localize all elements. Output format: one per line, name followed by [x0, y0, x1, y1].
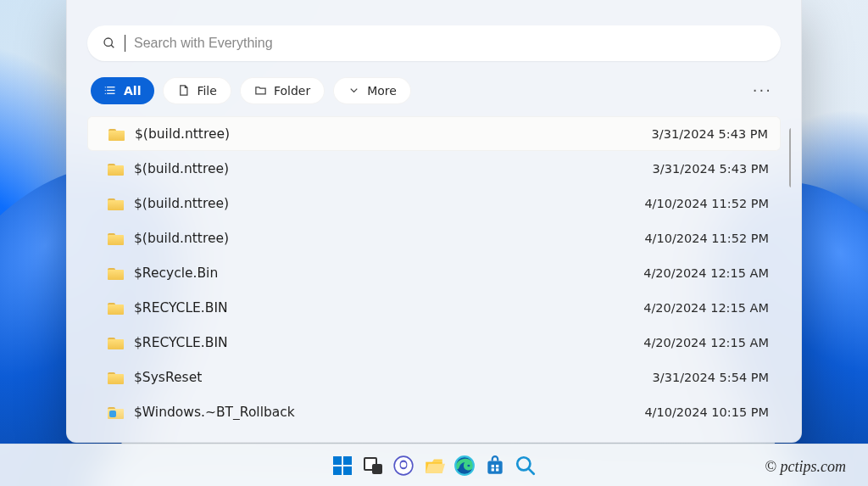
chat-icon: [392, 455, 415, 477]
result-row[interactable]: $(build.nttree)3/31/2024 5:43 PM: [87, 116, 781, 151]
search-taskbar-button[interactable]: [514, 454, 537, 478]
filter-folder[interactable]: Folder: [240, 77, 325, 104]
folder-icon: [108, 336, 124, 349]
result-row[interactable]: $Recycle.Bin4/20/2024 12:15 AM: [87, 255, 781, 290]
store-icon: [484, 455, 506, 477]
windows-icon: [333, 456, 352, 475]
edge-icon: [453, 455, 476, 477]
filter-bar: All File Folder More ···: [87, 76, 781, 104]
result-name: $(build.nttree): [134, 161, 643, 176]
edge-button[interactable]: [453, 454, 476, 478]
result-row[interactable]: $RECYCLE.BIN4/20/2024 12:15 AM: [87, 325, 781, 360]
result-row[interactable]: $(build.nttree)3/31/2024 5:43 PM: [87, 151, 781, 186]
result-date: 3/31/2024 5:54 PM: [653, 371, 769, 384]
filter-folder-label: Folder: [274, 84, 310, 98]
text-caret: [125, 35, 125, 52]
result-date: 3/31/2024 5:43 PM: [653, 162, 769, 176]
folder-icon: [108, 127, 125, 140]
task-view-icon: [364, 457, 382, 474]
folder-icon: [423, 455, 445, 477]
result-row[interactable]: $Windows.~BT_Rollback4/10/2024 10:15 PM: [87, 394, 781, 429]
store-button[interactable]: [483, 454, 507, 478]
result-date: 3/31/2024 5:43 PM: [652, 127, 768, 141]
result-name: $Recycle.Bin: [134, 265, 633, 281]
result-name: $Windows.~BT_Rollback: [134, 405, 634, 420]
svg-point-0: [104, 38, 112, 46]
search-bar[interactable]: [87, 25, 781, 61]
folder-icon: [108, 162, 124, 175]
svg-line-1: [111, 45, 114, 47]
svg-rect-14: [496, 464, 498, 466]
result-row[interactable]: $(build.nttree)4/10/2024 11:52 PM: [87, 221, 781, 255]
result-date: 4/20/2024 12:15 AM: [643, 301, 769, 315]
start-button[interactable]: [331, 454, 354, 478]
search-icon: [515, 455, 537, 477]
folder-icon: [108, 266, 124, 279]
result-row[interactable]: $(build.nttree)4/10/2024 11:52 PM: [87, 186, 781, 221]
result-name: $(build.nttree): [134, 196, 634, 211]
result-date: 4/20/2024 12:15 AM: [643, 266, 769, 280]
result-name: $(build.nttree): [135, 126, 642, 142]
result-row[interactable]: $RECYCLE.BIN4/20/2024 12:15 AM: [87, 290, 781, 325]
chat-button[interactable]: [392, 454, 415, 478]
result-name: $(build.nttree): [134, 231, 634, 246]
svg-point-5: [105, 87, 106, 87]
taskbar: [0, 444, 868, 486]
result-row[interactable]: $SysReset3/31/2024 5:54 PM: [87, 360, 781, 394]
result-date: 4/10/2024 11:52 PM: [644, 232, 769, 245]
svg-rect-13: [492, 464, 494, 466]
folder-icon: [108, 405, 124, 418]
filter-all-label: All: [124, 84, 141, 98]
results-list: $(build.nttree)3/31/2024 5:43 PM$(build.…: [87, 116, 791, 442]
result-name: $RECYCLE.BIN: [134, 300, 633, 316]
filter-file-label: File: [197, 84, 216, 98]
result-date: 4/10/2024 11:52 PM: [644, 197, 769, 210]
folder-icon: [108, 197, 124, 209]
everything-search-window: All File Folder More ··· $(build.nttree)…: [66, 0, 802, 443]
folder-icon: [108, 232, 124, 244]
search-input[interactable]: [134, 36, 765, 51]
svg-point-9: [401, 461, 407, 467]
result-date: 4/10/2024 10:15 PM: [644, 405, 769, 419]
svg-rect-12: [487, 461, 502, 473]
result-name: $SysReset: [134, 370, 643, 385]
search-icon: [103, 36, 116, 50]
svg-point-17: [517, 457, 530, 470]
svg-rect-16: [496, 468, 498, 471]
filter-all[interactable]: All: [91, 77, 154, 104]
svg-rect-15: [492, 468, 494, 471]
filter-file[interactable]: File: [163, 77, 231, 104]
svg-point-6: [105, 90, 106, 91]
chevron-down-icon: [348, 84, 360, 97]
scrollbar-thumb[interactable]: [789, 128, 791, 187]
task-view-button[interactable]: [361, 454, 385, 478]
file-explorer-button[interactable]: [422, 454, 446, 478]
result-date: 4/20/2024 12:15 AM: [643, 336, 769, 349]
result-name: $RECYCLE.BIN: [134, 335, 633, 350]
overflow-menu-button[interactable]: ···: [748, 76, 777, 104]
svg-line-18: [529, 469, 533, 473]
folder-icon: [108, 371, 124, 383]
folder-icon: [108, 301, 124, 314]
filter-more[interactable]: More: [333, 77, 411, 104]
filter-more-label: More: [367, 84, 397, 98]
svg-point-7: [105, 93, 106, 94]
watermark: © pctips.com: [765, 458, 846, 476]
